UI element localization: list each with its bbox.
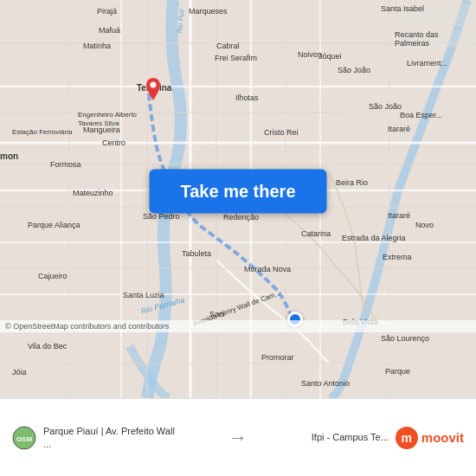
svg-rect-22 [394, 30, 476, 48]
destination-marker [143, 78, 164, 104]
destination-text: Ifpi - Campus Te... [312, 431, 389, 443]
moovit-icon: m [396, 427, 418, 449]
origin-text: Parque Piauí | Av. Prefeito Wall ... [43, 425, 182, 450]
estacao-label: Estação Ferroviária [12, 128, 72, 137]
take-me-there-button[interactable]: Take me there [149, 169, 326, 213]
moovit-logo: m moovit [396, 427, 464, 449]
map-attribution: © OpenStreetMap contributors and contrib… [0, 320, 476, 332]
svg-text:OSM: OSM [16, 435, 33, 443]
arrow-divider: → [228, 427, 248, 449]
app-container: Pirajá Marqueses Santa Isabel Mafuá Mati… [0, 0, 476, 476]
attribution-text: © OpenStreetMap contributors and contrib… [5, 322, 169, 331]
footer-right: Ifpi - Campus Te... m moovit [251, 427, 464, 449]
svg-point-23 [151, 82, 157, 88]
svg-rect-21 [407, 4, 476, 26]
footer-bar: OSM Parque Piauí | Av. Prefeito Wall ...… [0, 398, 476, 476]
footer-left: OSM Parque Piauí | Av. Prefeito Wall ... [12, 425, 225, 450]
osm-logo: OSM [12, 426, 36, 450]
moovit-text: moovit [421, 430, 464, 445]
map-area: Pirajá Marqueses Santa Isabel Mafuá Mati… [0, 0, 476, 398]
